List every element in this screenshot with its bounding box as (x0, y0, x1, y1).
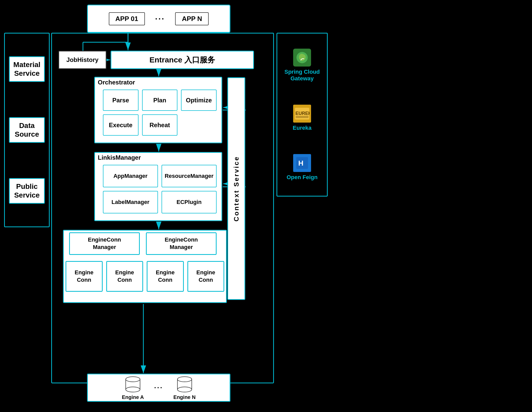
app01-box: APP 01 (109, 12, 145, 25)
bottom-engines-bar: Engine A ··· Engine N (87, 374, 230, 402)
apps-dots: ··· (155, 14, 165, 24)
context-service-bar: Context Service (227, 77, 245, 300)
linkis-inner: AppManager ResourceManager LabelManager … (100, 162, 219, 216)
entrance-label: Entrance 入口服务 (150, 55, 215, 65)
svg-point-30 (177, 387, 192, 392)
engine-conn-row: EngineConn EngineConn EngineConn EngineC… (66, 261, 224, 292)
left-sidebar: Material Service Data Source Public Serv… (4, 33, 50, 227)
jobhistory-box: JobHistory (58, 51, 107, 69)
labelmanager-cell: LabelManager (103, 191, 158, 213)
context-service-label: Context Service (232, 156, 240, 222)
svg-point-27 (177, 377, 192, 382)
jobhistory-label: JobHistory (66, 56, 98, 63)
orchestrator-inner: Parse Plan Optimize Execute Reheat (100, 87, 219, 138)
openfeign-label: Open Feign (287, 174, 318, 181)
orch-parse: Parse (103, 90, 139, 111)
eureka-icon: EUREKA (293, 105, 311, 123)
engine-conn-3: EngineConn (147, 261, 184, 292)
orchestrator-title: Orchestrator (98, 79, 135, 86)
engine-n-cylinder: Engine N (173, 375, 196, 400)
engine-conn-1: EngineConn (66, 261, 103, 292)
svg-rect-20 (296, 116, 308, 118)
ecm2-box: EngineConnManager (146, 232, 217, 255)
eureka-item: EUREKA Eureka (293, 105, 311, 131)
eureka-label: Eureka (293, 125, 311, 131)
engine-conn-2: EngineConn (106, 261, 143, 292)
diagram-wrapper: APP 01 ··· APP N Material Service Data S… (0, 0, 532, 412)
orch-plan: Plan (142, 90, 178, 111)
svg-point-23 (126, 377, 140, 382)
svg-point-26 (126, 387, 140, 392)
entrance-bar: Entrance 入口服务 (111, 51, 254, 69)
data-source-box: Data Source (9, 117, 45, 143)
apps-bar: APP 01 ··· APP N (87, 5, 230, 33)
bottom-dots: ··· (154, 384, 163, 392)
orch-execute: Execute (103, 114, 139, 136)
orch-empty (181, 114, 217, 136)
material-service-box: Material Service (9, 56, 45, 82)
right-sidebar: Spring Cloud Gateway EUREKA Eureka H Ope… (276, 33, 328, 197)
linkis-title: LinkisManager (98, 154, 141, 161)
ecplugin-cell: ECPlugin (162, 191, 217, 213)
engine-n-label: Engine N (173, 394, 196, 400)
spring-cloud-icon (293, 49, 311, 67)
resourcemanager-cell: ResourceManager (162, 165, 217, 187)
openfeign-icon: H (293, 154, 311, 172)
engine-a-cylinder: Engine A (122, 375, 144, 400)
engine-conn-4: EngineConn (187, 261, 225, 292)
svg-text:EUREKA: EUREKA (295, 111, 310, 116)
appmanager-cell: AppManager (103, 165, 158, 187)
spring-cloud-label: Spring Cloud Gateway (280, 69, 324, 82)
orch-optimize: Optimize (181, 90, 217, 111)
engine-a-label: Engine A (122, 394, 144, 400)
spring-cloud-item: Spring Cloud Gateway (280, 49, 324, 82)
openfeign-item: H Open Feign (287, 154, 318, 181)
public-service-box: Public Service (9, 178, 45, 204)
orch-reheat: Reheat (142, 114, 178, 136)
ecm1-box: EngineConnManager (69, 232, 140, 255)
appN-box: APP N (175, 12, 209, 25)
svg-text:H: H (298, 159, 303, 167)
